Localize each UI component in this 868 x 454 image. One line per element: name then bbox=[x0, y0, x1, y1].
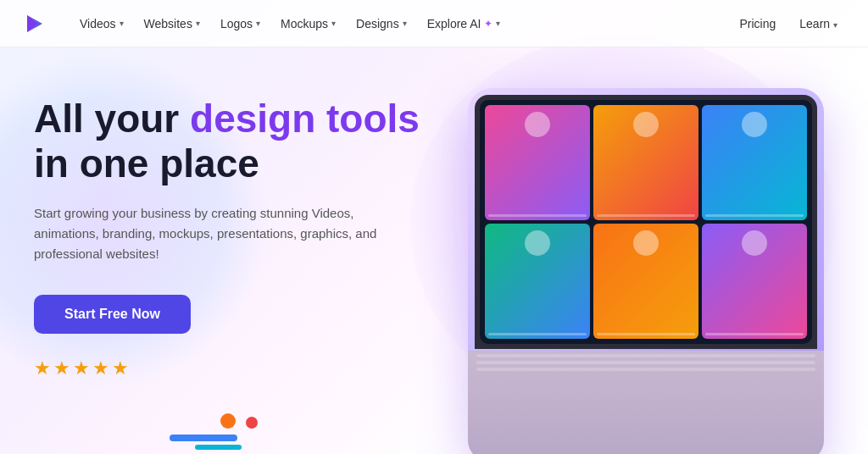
nav-pricing[interactable]: Pricing bbox=[730, 12, 787, 36]
nav-item-explore-ai[interactable]: Explore AI ✦ ▾ bbox=[419, 12, 509, 36]
hero-image-area bbox=[458, 88, 834, 454]
card-avatar bbox=[525, 112, 550, 137]
laptop-outer-frame bbox=[468, 88, 824, 454]
chevron-down-icon: ▾ bbox=[833, 20, 837, 30]
main-content: All your design tools in one place Start… bbox=[0, 47, 868, 454]
card-avatar bbox=[742, 112, 767, 137]
logo-icon bbox=[20, 10, 47, 37]
sparkle-icon: ✦ bbox=[484, 18, 492, 30]
chevron-down-icon: ▾ bbox=[120, 19, 124, 28]
deco-bar-teal bbox=[195, 445, 242, 450]
chevron-down-icon: ▾ bbox=[196, 19, 200, 28]
hero-text: All your design tools in one place Start… bbox=[34, 88, 458, 379]
keyboard-row bbox=[476, 368, 815, 371]
star-5: ★ bbox=[112, 357, 129, 379]
screen-card-3 bbox=[702, 105, 807, 220]
chevron-down-icon: ▾ bbox=[331, 19, 336, 28]
deco-bar-blue bbox=[170, 435, 237, 441]
star-1: ★ bbox=[34, 357, 51, 379]
screen-card-4 bbox=[485, 224, 590, 339]
nav-item-designs[interactable]: Designs ▾ bbox=[348, 12, 415, 36]
laptop-screen-bezel bbox=[475, 95, 817, 349]
star-2: ★ bbox=[53, 357, 70, 379]
nav-item-websites[interactable]: Websites ▾ bbox=[136, 12, 209, 36]
right-nav: Pricing Learn ▾ bbox=[730, 12, 849, 36]
main-nav: Videos ▾ Websites ▾ Logos ▾ Mockups ▾ De… bbox=[71, 12, 730, 36]
card-avatar bbox=[633, 230, 659, 256]
screen-card-1 bbox=[485, 105, 590, 220]
deco-dot-red bbox=[246, 417, 258, 429]
star-3: ★ bbox=[73, 357, 90, 379]
nav-item-logos[interactable]: Logos ▾ bbox=[212, 12, 269, 36]
card-avatar bbox=[525, 230, 550, 256]
screen-card-5 bbox=[593, 224, 698, 339]
header: Videos ▾ Websites ▾ Logos ▾ Mockups ▾ De… bbox=[0, 0, 868, 47]
cta-start-free-button[interactable]: Start Free Now bbox=[34, 295, 191, 334]
chevron-down-icon: ▾ bbox=[403, 19, 407, 28]
logo[interactable] bbox=[20, 10, 47, 37]
star-4: ★ bbox=[92, 357, 109, 379]
keyboard-row bbox=[476, 354, 815, 357]
chevron-down-icon: ▾ bbox=[256, 19, 260, 28]
stars-rating: ★ ★ ★ ★ ★ bbox=[34, 357, 458, 379]
chevron-down-icon: ▾ bbox=[496, 19, 500, 28]
deco-dot-orange bbox=[220, 413, 236, 429]
nav-item-mockups[interactable]: Mockups ▾ bbox=[272, 12, 344, 36]
laptop-mockup bbox=[468, 88, 824, 454]
laptop-keyboard bbox=[468, 351, 824, 454]
nav-learn[interactable]: Learn ▾ bbox=[789, 12, 848, 36]
screen-card-2 bbox=[593, 105, 698, 220]
nav-item-videos[interactable]: Videos ▾ bbox=[71, 12, 132, 36]
hero-headline: All your design tools in one place bbox=[34, 97, 458, 186]
keyboard-row bbox=[476, 361, 815, 364]
card-avatar bbox=[742, 230, 767, 256]
laptop-screen-content bbox=[480, 100, 812, 344]
hero-subtext: Start growing your business by creating … bbox=[34, 203, 390, 264]
card-avatar bbox=[633, 112, 659, 137]
screen-card-6 bbox=[702, 224, 807, 339]
